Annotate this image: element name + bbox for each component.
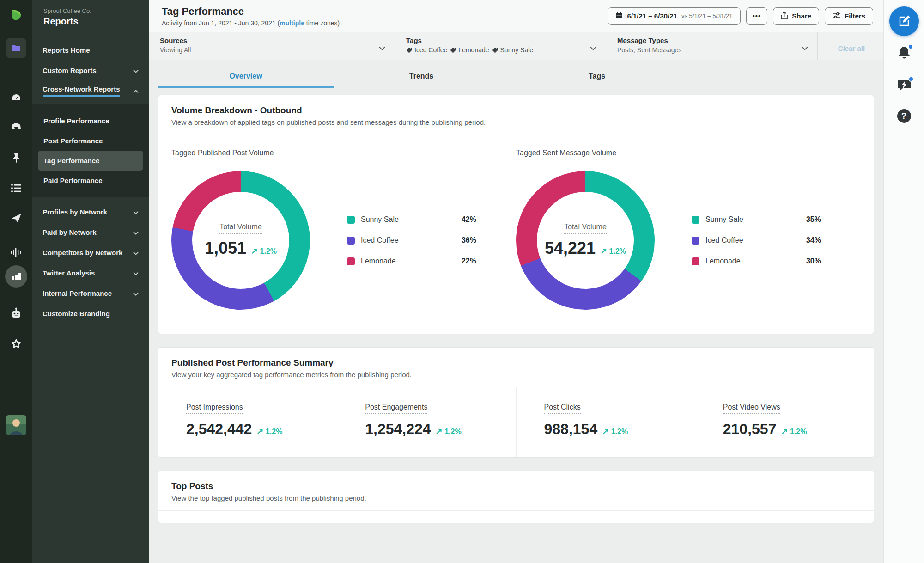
feedback-button[interactable] bbox=[896, 78, 912, 94]
message-types-value: Posts, Sent Messages bbox=[617, 46, 681, 54]
legend-item[interactable]: Sunny Sale35% bbox=[692, 209, 821, 230]
reports-folder-icon[interactable] bbox=[6, 38, 26, 58]
card-title: Volume Breakdown - Outbound bbox=[171, 105, 861, 116]
filters-sliders-icon bbox=[833, 12, 840, 20]
chevron-up-icon bbox=[133, 87, 139, 95]
sprout-logo[interactable] bbox=[6, 5, 26, 25]
metric-label[interactable]: Post Engagements bbox=[365, 403, 427, 414]
tag-icon bbox=[406, 47, 412, 53]
legend-item[interactable]: Iced Coffee34% bbox=[692, 230, 821, 251]
card-title: Published Post Performance Summary bbox=[171, 358, 861, 368]
chevron-down-icon bbox=[133, 208, 139, 216]
tag-chip: Iced Coffee bbox=[406, 46, 447, 54]
donut-chart-published[interactable]: Total Volume 1,051 ↗ 1.2% bbox=[171, 171, 310, 310]
tags-filter[interactable]: Tags Iced Coffee Lemonade Sunny Sale bbox=[395, 32, 606, 60]
chevron-down-icon bbox=[133, 289, 139, 297]
avatar[interactable] bbox=[6, 415, 26, 435]
reports-sidebar: Sprout Coffee Co. Reports Reports Home C… bbox=[32, 0, 149, 563]
sent-message-volume-chart: Tagged Sent Message Volume Total Volume … bbox=[516, 149, 861, 310]
delta-badge: ↗ 1.2% bbox=[602, 426, 628, 436]
chevron-down-icon bbox=[133, 249, 139, 257]
total-volume-value: 54,221 bbox=[545, 239, 596, 258]
total-volume-label: Total Volume bbox=[564, 223, 607, 234]
metric-post-engagements: Post Engagements 1,254,224↗ 1.2% bbox=[337, 387, 516, 457]
sidebar-item-profiles-by-network[interactable]: Profiles by Network bbox=[32, 202, 149, 222]
sidebar-item-competitors-by-network[interactable]: Competitors by Network bbox=[32, 242, 149, 263]
delta-badge: ↗ 1.2% bbox=[256, 426, 282, 436]
delta-badge: ↗ 1.2% bbox=[781, 426, 807, 436]
pin-icon[interactable] bbox=[6, 148, 26, 168]
chevron-down-icon bbox=[590, 44, 596, 52]
clear-all-button[interactable]: Clear all bbox=[818, 32, 883, 60]
legend-item[interactable]: Iced Coffee36% bbox=[347, 230, 476, 251]
delta-badge: ↗ 1.2% bbox=[251, 246, 277, 256]
chevron-down-icon bbox=[379, 44, 385, 52]
sidebar-item-customize-branding[interactable]: Customize Branding bbox=[32, 303, 149, 324]
dashboard-gauge-icon[interactable] bbox=[6, 88, 26, 108]
total-volume-label: Total Volume bbox=[219, 223, 262, 234]
sidebar-item-post-performance[interactable]: Post Performance bbox=[38, 131, 143, 151]
sidebar-item-twitter-analysis[interactable]: Twitter Analysis bbox=[32, 263, 149, 283]
legend-swatch bbox=[347, 216, 355, 224]
trend-up-icon: ↗ bbox=[436, 427, 443, 436]
main-content: Tag Performance Activity from Jun 1, 202… bbox=[149, 0, 883, 563]
question-mark-icon: ? bbox=[897, 109, 911, 123]
message-types-filter[interactable]: Message Types Posts, Sent Messages bbox=[606, 32, 818, 60]
reports-chart-icon[interactable] bbox=[5, 265, 27, 288]
share-button[interactable]: Share bbox=[773, 7, 819, 25]
filters-button[interactable]: Filters bbox=[825, 7, 873, 25]
notifications-button[interactable] bbox=[897, 45, 912, 62]
total-volume-value: 1,051 bbox=[205, 239, 246, 258]
list-icon[interactable] bbox=[6, 178, 26, 198]
share-icon bbox=[781, 12, 788, 21]
tag-chip: Lemonade bbox=[450, 46, 489, 54]
cross-network-submenu: Profile Performance Post Performance Tag… bbox=[32, 104, 149, 197]
tab-tags[interactable]: Tags bbox=[509, 66, 685, 88]
report-tabs: Overview Trends Tags bbox=[158, 66, 874, 88]
sidebar-item-profile-performance[interactable]: Profile Performance bbox=[38, 111, 143, 131]
sidebar-item-tag-performance[interactable]: Tag Performance bbox=[38, 151, 143, 171]
chevron-down-icon bbox=[133, 228, 139, 236]
sidebar-item-internal-performance[interactable]: Internal Performance bbox=[32, 283, 149, 303]
sidebar-item-cross-network-reports[interactable]: Cross-Network Reports bbox=[32, 80, 149, 101]
inbox-icon[interactable] bbox=[6, 118, 26, 138]
tab-trends[interactable]: Trends bbox=[334, 66, 509, 88]
tab-overview[interactable]: Overview bbox=[158, 66, 334, 88]
app-icon-rail bbox=[0, 0, 32, 563]
legend-item[interactable]: Sunny Sale42% bbox=[347, 209, 476, 230]
trend-up-icon: ↗ bbox=[600, 246, 607, 256]
waveform-icon[interactable] bbox=[6, 242, 26, 263]
trend-up-icon: ↗ bbox=[781, 427, 788, 436]
compose-button[interactable] bbox=[889, 6, 919, 36]
card-title: Top Posts bbox=[171, 481, 861, 491]
sidebar-item-paid-performance[interactable]: Paid Performance bbox=[38, 171, 143, 190]
chevron-down-icon bbox=[133, 269, 139, 277]
sidebar-item-paid-by-network[interactable]: Paid by Network bbox=[32, 222, 149, 242]
legend-swatch bbox=[692, 216, 699, 224]
metric-post-clicks: Post Clicks 988,154↗ 1.2% bbox=[516, 387, 695, 457]
bot-icon[interactable] bbox=[6, 303, 26, 324]
calendar-icon bbox=[615, 12, 623, 20]
help-button[interactable]: ? bbox=[897, 109, 911, 123]
more-options-button[interactable]: ••• bbox=[746, 7, 768, 25]
sources-filter[interactable]: Sources Viewing All bbox=[149, 32, 395, 60]
date-range-button[interactable]: 6/1/21 – 6/30/21 vs 5/1/21 – 5/31/21 bbox=[608, 7, 740, 25]
paper-plane-icon[interactable] bbox=[6, 208, 26, 228]
trend-up-icon: ↗ bbox=[251, 246, 258, 256]
donut-chart-sent[interactable]: Total Volume 54,221 ↗ 1.2% bbox=[516, 171, 655, 310]
metric-label[interactable]: Post Video Views bbox=[723, 403, 780, 414]
metric-value: 1,254,224 bbox=[365, 421, 431, 438]
sidebar-item-reports-home[interactable]: Reports Home bbox=[32, 40, 149, 60]
metric-label[interactable]: Post Clicks bbox=[544, 403, 581, 414]
ellipsis-icon: ••• bbox=[753, 12, 761, 20]
sidebar-item-custom-reports[interactable]: Custom Reports bbox=[32, 60, 149, 80]
legend-item[interactable]: Lemonade30% bbox=[692, 251, 821, 271]
multiple-timezones-link[interactable]: multiple bbox=[280, 19, 304, 27]
star-icon[interactable] bbox=[6, 334, 26, 354]
legend-item[interactable]: Lemonade22% bbox=[347, 251, 476, 271]
legend-swatch bbox=[347, 237, 355, 245]
metric-label[interactable]: Post Impressions bbox=[186, 403, 243, 414]
card-subtitle: View a breakdown of applied tags on publ… bbox=[171, 118, 861, 126]
chart-legend: Sunny Sale42% Iced Coffee36% Lemonade22% bbox=[347, 209, 476, 271]
card-subtitle: View the top tagged published posts from… bbox=[171, 494, 861, 502]
